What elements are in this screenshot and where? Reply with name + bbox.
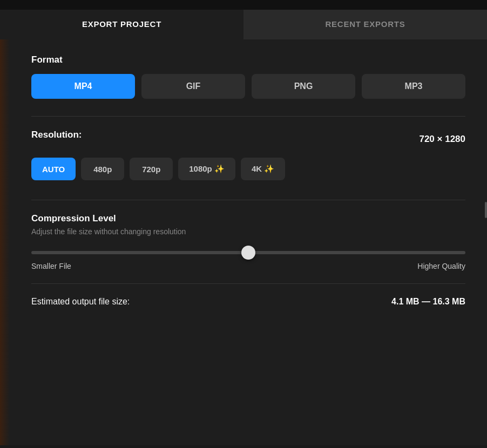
compression-description: Adjust the file size without changing re…: [31, 227, 465, 236]
format-label: Format: [31, 55, 465, 65]
file-size-row: Estimated output file size: 4.1 MB — 16.…: [31, 297, 465, 307]
slider-label-left: Smaller File: [31, 262, 71, 270]
resolution-buttons: AUTO 480p 720p 1080p ✨ 4K ✨: [31, 158, 465, 180]
divider-3: [31, 283, 465, 284]
tabs-container: EXPORT PROJECT RECENT EXPORTS: [0, 10, 487, 39]
compression-title: Compression Level: [31, 213, 465, 224]
slider-container: [31, 247, 465, 256]
scrollbar[interactable]: [485, 202, 487, 218]
slider-labels: Smaller File Higher Quality: [31, 262, 465, 270]
resolution-header: Resolution: 720 × 1280: [31, 130, 465, 149]
tab-export-project[interactable]: EXPORT PROJECT: [0, 10, 244, 39]
format-btn-png[interactable]: PNG: [252, 74, 355, 99]
format-btn-gif[interactable]: GIF: [141, 74, 245, 99]
main-content: Format MP4 GIF PNG MP3 Resolution: 720 ×…: [0, 39, 487, 445]
res-btn-auto[interactable]: AUTO: [31, 158, 76, 180]
top-bar: [0, 0, 487, 10]
divider-2: [31, 200, 465, 200]
file-size-value: 4.1 MB — 16.3 MB: [391, 297, 465, 307]
divider-1: [31, 116, 465, 117]
compression-slider[interactable]: [31, 251, 465, 254]
res-btn-1080p[interactable]: 1080p ✨: [178, 158, 235, 180]
res-btn-720p[interactable]: 720p: [130, 158, 173, 180]
slider-label-right: Higher Quality: [417, 262, 465, 270]
resolution-label: Resolution:: [31, 130, 82, 140]
format-btn-mp3[interactable]: MP3: [362, 74, 465, 99]
res-btn-480p[interactable]: 480p: [81, 158, 124, 180]
res-btn-4k[interactable]: 4K ✨: [241, 158, 285, 180]
tab-recent-exports[interactable]: RECENT EXPORTS: [244, 10, 487, 39]
compression-section: Compression Level Adjust the file size w…: [31, 213, 465, 270]
resolution-value: 720 × 1280: [419, 134, 465, 145]
format-section: Format MP4 GIF PNG MP3 Resolution: 720 ×…: [31, 55, 465, 307]
format-btn-mp4[interactable]: MP4: [31, 74, 135, 99]
format-buttons: MP4 GIF PNG MP3: [31, 74, 465, 99]
left-edge: [0, 39, 10, 445]
file-size-label: Estimated output file size:: [31, 297, 130, 307]
